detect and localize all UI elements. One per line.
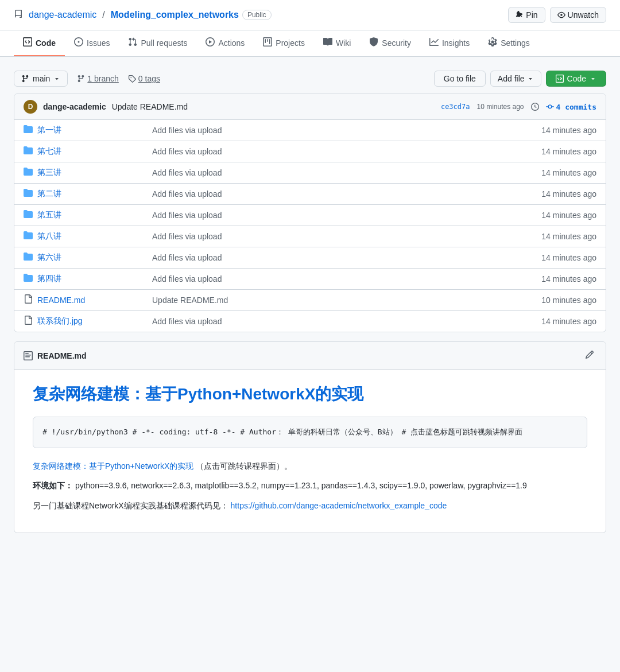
file-name-link[interactable]: README.md — [37, 296, 152, 305]
readme-filename: README.md — [37, 351, 87, 360]
top-actions: Pin Unwatch — [508, 0, 606, 30]
file-time: 14 minutes ago — [541, 253, 596, 262]
file-time: 14 minutes ago — [541, 317, 596, 326]
folder-icon — [24, 167, 33, 178]
readme-title: 复杂网络建模：基于Python+NetworkX的实现 — [33, 383, 587, 405]
commit-header: D dange-academic Update README.md ce3cd7… — [14, 94, 606, 120]
readme-code-block: # !/usr/bin/python3 # -*- coding: utf-8 … — [33, 417, 587, 448]
file-commit-message: Add files via upload — [152, 168, 541, 177]
branch-right: Go to file Add file Code — [434, 71, 606, 87]
file-time: 14 minutes ago — [541, 147, 596, 156]
file-rows: 第一讲 Add files via upload 14 minutes ago … — [14, 120, 606, 332]
commit-hash-link[interactable]: ce3cd7a — [441, 103, 470, 111]
security-icon — [369, 37, 378, 48]
pin-button[interactable]: Pin — [508, 7, 545, 23]
tab-pull-requests[interactable]: Pull requests — [119, 30, 196, 56]
goto-file-button[interactable]: Go to file — [434, 71, 486, 87]
insights-icon — [429, 37, 439, 48]
file-commit-message: Add files via upload — [152, 317, 541, 326]
tag-count-link[interactable]: 0 tags — [128, 74, 160, 83]
readme-link-paragraph: 复杂网络建模：基于Python+NetworkX的实现 （点击可跳转课程界面）。 — [33, 460, 587, 472]
commit-message: Update README.md — [112, 102, 188, 111]
unwatch-button[interactable]: Unwatch — [550, 7, 606, 23]
code-icon — [23, 37, 32, 48]
nav-tabs: Code Issues Pull requests Actions Projec… — [0, 30, 620, 57]
main-content: main 1 branch 0 tags Go to file Add file… — [0, 57, 620, 547]
table-row: README.md Update README.md 10 minutes ag… — [14, 290, 606, 311]
repo-title: dange-academic / Modeling_complex_networ… — [14, 1, 508, 30]
tab-insights[interactable]: Insights — [420, 30, 479, 56]
file-name-link[interactable]: 第五讲 — [37, 210, 152, 220]
tab-projects[interactable]: Projects — [254, 30, 314, 56]
file-time: 14 minutes ago — [541, 189, 596, 199]
branch-selector[interactable]: main — [14, 71, 68, 87]
file-commit-message: Update README.md — [152, 296, 541, 305]
file-commit-message: Add files via upload — [152, 147, 541, 156]
issues-icon — [74, 37, 83, 48]
readme-link[interactable]: 复杂网络建模：基于Python+NetworkX的实现 — [33, 461, 193, 471]
code-label: Code — [567, 74, 586, 83]
readme-env-text: 环境如下： python==3.9.6, networkx==2.6.3, ma… — [33, 479, 587, 492]
folder-icon — [24, 209, 33, 221]
table-row: 第二讲 Add files via upload 14 minutes ago — [14, 184, 606, 205]
file-name-link[interactable]: 第四讲 — [37, 274, 152, 284]
file-time: 14 minutes ago — [541, 211, 596, 220]
pin-label: Pin — [526, 10, 537, 20]
tab-issues[interactable]: Issues — [65, 30, 119, 56]
tab-wiki[interactable]: Wiki — [314, 30, 360, 56]
unwatch-label: Unwatch — [568, 10, 599, 20]
folder-icon — [24, 146, 33, 157]
readme-card: README.md 复杂网络建模：基于Python+NetworkX的实现 # … — [14, 341, 606, 533]
actions-icon — [206, 37, 215, 48]
branch-count-link[interactable]: 1 branch — [77, 74, 118, 83]
tab-settings[interactable]: Settings — [479, 30, 539, 56]
folder-icon — [24, 125, 33, 136]
file-commit-message: Add files via upload — [152, 189, 541, 199]
tag-count: 0 tags — [138, 74, 160, 83]
file-name-link[interactable]: 第六讲 — [37, 253, 152, 263]
table-row: 第一讲 Add files via upload 14 minutes ago — [14, 120, 606, 141]
topbar: dange-academic / Modeling_complex_networ… — [0, 0, 620, 30]
commit-time: 10 minutes ago — [476, 103, 524, 111]
file-icon — [24, 294, 33, 306]
readme-body: 复杂网络建模：基于Python+NetworkX的实现 # !/usr/bin/… — [14, 370, 606, 533]
file-name-link[interactable]: 第八讲 — [37, 231, 152, 242]
file-time: 10 minutes ago — [541, 296, 596, 305]
readme-link-suffix: （点击可跳转课程界面）。 — [196, 461, 292, 471]
other-link[interactable]: https://github.com/dange-academic/networ… — [231, 501, 447, 510]
file-name-link[interactable]: 第三讲 — [37, 168, 152, 178]
projects-icon — [263, 37, 272, 48]
file-name-link[interactable]: 第七讲 — [37, 146, 152, 157]
avatar: D — [24, 100, 37, 114]
settings-icon — [488, 37, 497, 48]
file-table: D dange-academic Update README.md ce3cd7… — [14, 94, 606, 332]
env-content: python==3.9.6, networkx==2.6.3, matplotl… — [75, 481, 527, 490]
file-commit-message: Add files via upload — [152, 211, 541, 220]
table-row: 联系我们.jpg Add files via upload 14 minutes… — [14, 311, 606, 332]
other-label: 另一门基础课程NetworkX编程实践基础课程源代码见： — [33, 501, 228, 510]
repo-name-link[interactable]: Modeling_complex_networks — [111, 10, 239, 20]
folder-icon — [24, 273, 33, 285]
tab-security[interactable]: Security — [360, 30, 420, 56]
table-row: 第六讲 Add files via upload 14 minutes ago — [14, 247, 606, 269]
table-row: 第五讲 Add files via upload 14 minutes ago — [14, 205, 606, 226]
file-name-link[interactable]: 联系我们.jpg — [37, 316, 152, 327]
readme-edit-button[interactable] — [583, 348, 596, 363]
commits-link[interactable]: 4 commits — [546, 103, 596, 111]
visibility-badge: Public — [242, 10, 272, 20]
table-row: 第四讲 Add files via upload 14 minutes ago — [14, 269, 606, 290]
readme-header: README.md — [14, 342, 606, 370]
folder-icon — [24, 188, 33, 200]
add-file-button[interactable]: Add file — [490, 71, 541, 87]
file-name-link[interactable]: 第一讲 — [37, 125, 152, 135]
file-commit-message: Add files via upload — [152, 253, 541, 262]
branch-bar: main 1 branch 0 tags Go to file Add file… — [14, 71, 606, 87]
code-button[interactable]: Code — [546, 71, 606, 87]
branch-name: main — [33, 74, 50, 83]
tab-code[interactable]: Code — [14, 30, 65, 56]
repo-icon — [14, 10, 23, 21]
file-time: 14 minutes ago — [541, 168, 596, 177]
owner-link[interactable]: dange-academic — [29, 10, 96, 20]
file-name-link[interactable]: 第二讲 — [37, 189, 152, 199]
tab-actions[interactable]: Actions — [196, 30, 254, 56]
